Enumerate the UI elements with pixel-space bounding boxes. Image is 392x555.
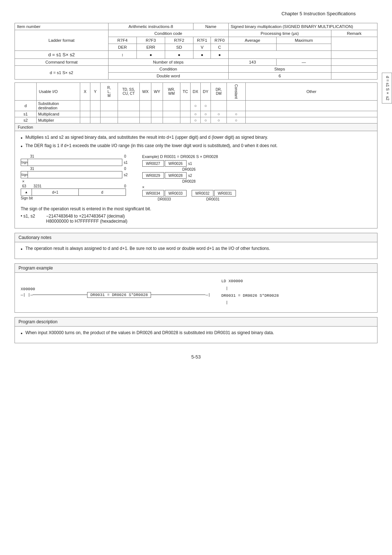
item-number-label: Item number	[17, 24, 41, 29]
row1-c3: SD	[165, 44, 193, 51]
cautionary-notes-title: Cautionary notes	[15, 233, 377, 242]
register-diagram-right: Example) D R0031 = DR0026 S × DR0028 WR0…	[142, 154, 236, 201]
col-r7f3: R7F3	[136, 37, 165, 44]
multiply-symbol: ×	[22, 179, 128, 183]
usable-io-table: Usable I/O X Y R,L,M TD, SS,CU, CT WX WY…	[15, 82, 377, 131]
row2-c3: ●	[165, 51, 193, 59]
dr0028-label: DR0028	[142, 179, 236, 183]
maximum-value: —	[302, 60, 306, 64]
formula2: d = s1 S× s2	[50, 70, 73, 75]
condition-value: Double word	[156, 74, 180, 78]
row1-avg	[228, 44, 277, 51]
row1-max	[277, 44, 331, 51]
ladder-diagram: X00000 —| |— DR0031 = DR0026 S*DR0028 —|…	[21, 278, 371, 307]
program-description-title: Program description	[15, 317, 377, 327]
wr0026-box: WR0026	[165, 160, 187, 167]
range-value-2: H80000000 to H7FFFFFFF (hexadecimal)	[46, 219, 127, 224]
arithmetic-label: Arithmetic instructions-8	[128, 24, 173, 29]
function-bullet-2: • The DER flag is 1 if d+1 exceeds the u…	[21, 143, 371, 149]
col-average: Average	[228, 37, 277, 44]
register-diagram-left: 31 0 Sign s1 31 0 Sign	[21, 154, 128, 201]
number-of-steps-label: Number of steps	[153, 60, 183, 64]
col-r7f4: R7F4	[108, 37, 136, 44]
desc-bullet-icon: •	[21, 331, 23, 336]
name-value: Signed binary multiplication (SIGNED BIN…	[231, 24, 353, 29]
average-value: 143	[249, 60, 256, 64]
function-title: Function	[18, 125, 33, 129]
page: Chapter 5 Instruction Specifications d =…	[0, 0, 392, 555]
program-example-content: X00000 —| |— DR0031 = DR0026 S*DR0028 —|…	[15, 273, 377, 313]
row2-c2: ●	[136, 51, 165, 59]
wr0027-box: WR0027	[142, 160, 164, 167]
wr0033-box: WR0033	[165, 190, 187, 197]
instruction-table: Item number Arithmetic instructions-8 Na…	[15, 23, 377, 80]
name-label: Name	[205, 24, 217, 29]
program-example-title: Program example	[15, 263, 377, 273]
s2-label: s2	[124, 173, 128, 177]
cautionary-notes-section: Cautionary notes • The operation result …	[15, 233, 377, 259]
bullet-icon-2: •	[21, 143, 23, 149]
cautionary-bullet-1: • The operation result is always assigne…	[21, 246, 371, 252]
remark-label: Remark	[347, 31, 362, 36]
row2-c1: ↕	[108, 51, 136, 59]
wr0029-box: WR0029	[142, 172, 164, 179]
row1-c4: V	[193, 44, 211, 51]
function-bullet-1: • Multiplies s1 and s2 as signed binary …	[21, 135, 371, 141]
page-number: 5-53	[15, 354, 377, 360]
col-r7f2: R7F2	[165, 37, 193, 44]
col-maximum: Maximum	[277, 37, 331, 44]
usable-io-label: Usable I/O	[39, 89, 58, 94]
col-r7f0: R7F0	[211, 37, 228, 44]
cautionary-bullet-icon: •	[21, 246, 23, 252]
dr0033-label: DR0033	[142, 197, 187, 201]
diagram-area: 31 0 Sign s1 31 0 Sign	[21, 154, 371, 201]
bullet-icon-1: •	[21, 135, 23, 141]
cautionary-notes-content: • The operation result is always assigne…	[15, 242, 377, 259]
example-label: Example) D R0031 = DR0026 S × DR0028	[142, 154, 236, 159]
row1-c5: C	[211, 44, 228, 51]
chapter-title: Chapter 5 Instruction Specifications	[282, 11, 356, 16]
command-format-label: Command format	[45, 60, 78, 64]
dr0031-label: DR0031	[191, 197, 235, 201]
program-description-content: • When input X00000 turns on, the produc…	[15, 327, 377, 343]
steps-label: Steps	[274, 67, 285, 71]
row2-c4: ●	[193, 51, 211, 59]
description-bullet-1: • When input X00000 turns on, the produc…	[21, 330, 371, 336]
program-example-section: Program example X00000 —| |— DR0031 = DR…	[15, 263, 377, 313]
condition-label: Condition	[159, 67, 177, 71]
sign-bit-label: Sign bit	[21, 196, 128, 200]
formula1: d = s1 S× s2	[48, 52, 75, 57]
s1-label: s1	[124, 161, 128, 165]
instruction-label: DR0031 = DR0026 S*DR0028	[87, 292, 151, 298]
col-r7f1: R7F1	[193, 37, 211, 44]
wr0032-box: WR0032	[192, 190, 213, 197]
side-tab: d = s1 S× s2	[382, 73, 392, 104]
range-value-1: −2147483648 to +2147483647 (decimal)	[46, 214, 127, 219]
wr0031-box: WR0031	[214, 190, 236, 197]
wr0028-box: WR0028	[165, 172, 187, 179]
wr0034-box: WR0034	[142, 190, 164, 197]
range-label: • s1, s2	[21, 214, 46, 219]
steps-value: 6	[278, 74, 281, 78]
row2-c5: ●	[211, 51, 228, 59]
range-area: • s1, s2 −2147483648 to +2147483647 (dec…	[21, 214, 371, 224]
program-description-section: Program description • When input X00000 …	[15, 317, 377, 343]
sign-text: The sign of the operation result is ente…	[21, 206, 371, 211]
dr0026-label: DR0026	[142, 167, 236, 171]
processing-time-label: Processing time (μs)	[261, 31, 299, 36]
condition-code-label: Condition code	[154, 31, 182, 36]
ld-instruction: LD X00000 | DR0031 = DR0026 S*DR0028 |	[221, 278, 279, 307]
function-content: • Multiplies s1 and s2 as signed binary …	[15, 131, 377, 228]
ladder-format-label: Ladder format	[49, 38, 75, 42]
chapter-header: Chapter 5 Instruction Specifications	[15, 11, 377, 16]
x-label: X00000	[21, 287, 211, 291]
row1-c2: ERR	[136, 44, 165, 51]
row1-c1: DER	[108, 44, 136, 51]
